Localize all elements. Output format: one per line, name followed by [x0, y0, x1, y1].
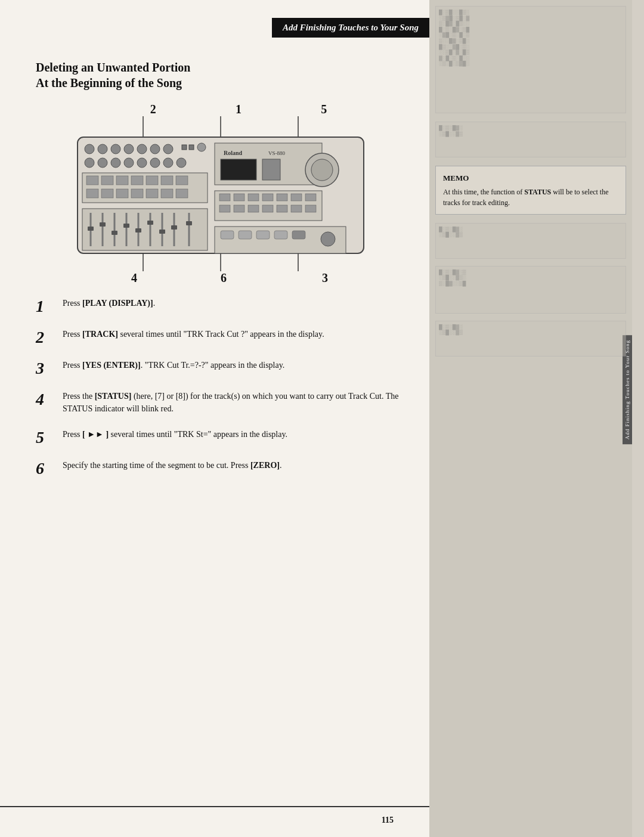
sidebar-faded-top: █░▒█░░█▒░ ░▒▓█░▒█░▓ ▒░█▓░█▒░░ █░▒░█▓░▒█ …	[435, 6, 626, 113]
memo-status-bold: STATUS	[524, 188, 551, 196]
diagram-num-1: 1	[236, 103, 242, 116]
svg-rect-69	[88, 227, 94, 231]
svg-rect-75	[159, 230, 165, 234]
svg-rect-74	[147, 221, 153, 225]
svg-point-24	[124, 158, 134, 168]
svg-rect-45	[219, 194, 230, 201]
step-1-num: 1	[36, 297, 63, 315]
svg-rect-33	[131, 176, 143, 185]
step-3-num: 3	[36, 359, 63, 377]
step-4-text: Press the [STATUS] (here, [7] or [8]) fo…	[63, 390, 405, 415]
right-sidebar: Add Finishing Touches to Your Song █░▒█░…	[429, 0, 632, 837]
diagram-num-2: 2	[150, 103, 156, 116]
svg-rect-8	[262, 159, 280, 180]
step-1: 1 Press [PLAY (DISPLAY)].	[36, 297, 405, 315]
step-2-num: 2	[36, 328, 63, 346]
diagram-labels-bottom: 4 6 3	[72, 271, 370, 285]
svg-point-27	[163, 158, 173, 168]
step-5-num: 5	[36, 428, 63, 446]
header-title: Add Finishing Touches to Your Song	[283, 23, 419, 32]
svg-rect-7	[221, 159, 256, 180]
page-number: 115	[382, 816, 394, 825]
svg-point-15	[137, 144, 147, 154]
step-2: 2 Press [TRACK] several times until "TRK…	[36, 328, 405, 346]
step-3-text: Press [YES (ENTER)]. "TRK Cut Tr.=?-?" a…	[63, 359, 405, 371]
svg-rect-82	[274, 231, 287, 239]
svg-rect-55	[262, 205, 273, 212]
step-3-bold: [YES (ENTER)]	[82, 361, 141, 370]
step-1-text: Press [PLAY (DISPLAY)].	[63, 297, 405, 309]
svg-rect-36	[176, 176, 188, 185]
step-4: 4 Press the [STATUS] (here, [7] or [8]) …	[36, 390, 405, 415]
steps-container: 1 Press [PLAY (DISPLAY)]. 2 Press [TRACK…	[36, 297, 405, 477]
svg-point-13	[111, 144, 120, 154]
svg-point-21	[85, 158, 94, 168]
svg-rect-47	[248, 194, 259, 201]
diagram-labels-top: 2 1 5	[72, 103, 370, 116]
svg-rect-81	[256, 231, 270, 239]
svg-rect-42	[161, 189, 173, 198]
sidebar-faded-5: █░▒░█▓░ ░▒█░░▓▒	[435, 321, 626, 356]
svg-rect-76	[171, 225, 177, 230]
svg-point-17	[163, 144, 173, 154]
step-6-text: Specify the starting time of the segment…	[63, 459, 405, 472]
svg-point-84	[321, 232, 335, 246]
svg-point-12	[98, 144, 107, 154]
step-6-bold: [ZERO]	[250, 461, 280, 470]
svg-rect-39	[116, 189, 128, 198]
device-diagram-wrapper: 2 1 5 Roland VS-880	[36, 103, 405, 285]
svg-point-28	[177, 158, 186, 168]
step-5: 5 Press [ ►► ] several times until "TRK …	[36, 428, 405, 446]
main-content: Add Finishing Touches to Your Song Delet…	[0, 0, 429, 837]
memo-box: MEMO At this time, the function of STATU…	[435, 166, 626, 215]
svg-point-22	[98, 158, 107, 168]
diagram-num-5: 5	[321, 103, 327, 116]
svg-rect-73	[135, 228, 141, 232]
svg-rect-43	[176, 189, 188, 198]
svg-rect-77	[186, 221, 192, 225]
step-1-bold: [PLAY (DISPLAY)]	[82, 299, 153, 308]
memo-title: MEMO	[443, 172, 618, 184]
svg-rect-31	[101, 176, 113, 185]
svg-point-26	[150, 158, 160, 168]
svg-rect-52	[219, 205, 230, 212]
svg-rect-50	[291, 194, 302, 201]
step-5-text: Press [ ►► ] several times until "TRK St…	[63, 428, 405, 441]
svg-rect-35	[161, 176, 173, 185]
svg-rect-51	[305, 194, 316, 201]
svg-point-25	[137, 158, 147, 168]
svg-point-16	[150, 144, 160, 154]
svg-rect-80	[239, 231, 252, 239]
step-3: 3 Press [YES (ENTER)]. "TRK Cut Tr.=?-?"…	[36, 359, 405, 377]
svg-rect-37	[86, 189, 98, 198]
svg-point-23	[111, 158, 120, 168]
step-5-bold: [ ►► ]	[82, 430, 109, 439]
svg-rect-83	[292, 231, 305, 239]
bottom-line	[0, 806, 429, 807]
svg-rect-53	[234, 205, 244, 212]
diagram-num-4: 4	[131, 271, 137, 285]
svg-rect-54	[248, 205, 259, 212]
svg-rect-79	[221, 231, 234, 239]
sidebar-faded-3: █░▒░█▓░ ░▒█░░▓▒	[435, 223, 626, 259]
svg-rect-57	[291, 205, 302, 212]
section-title-line1: Deleting an Unwanted Portion	[36, 60, 405, 75]
svg-rect-18	[182, 145, 187, 150]
step-6-num: 6	[36, 459, 63, 477]
svg-rect-56	[277, 205, 287, 212]
device-svg: Roland VS-880	[66, 116, 376, 271]
svg-rect-71	[112, 231, 117, 235]
step-2-text: Press [TRACK] several times until "TRK T…	[63, 328, 405, 340]
svg-rect-32	[116, 176, 128, 185]
svg-rect-19	[189, 145, 194, 150]
section-title: Deleting an Unwanted Portion At the Begi…	[36, 60, 405, 91]
header-bar: Add Finishing Touches to Your Song	[272, 18, 429, 38]
step-6: 6 Specify the starting time of the segme…	[36, 459, 405, 477]
svg-rect-34	[146, 176, 158, 185]
sidebar-faded-2: █░▒░█▓░ ░▒█░░▓▒	[435, 122, 626, 157]
svg-rect-46	[234, 194, 244, 201]
svg-rect-48	[262, 194, 273, 201]
svg-rect-40	[131, 189, 143, 198]
diagram-num-6: 6	[221, 271, 227, 285]
svg-point-20	[197, 143, 206, 151]
